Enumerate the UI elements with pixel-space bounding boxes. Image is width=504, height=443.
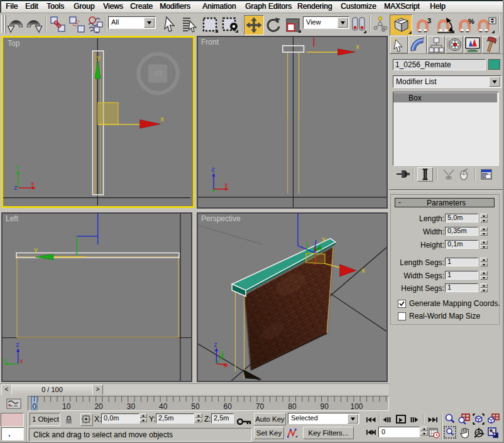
svg-text:z: z — [211, 167, 215, 173]
svg-text:10: 10 — [62, 402, 71, 410]
svg-text:z: z — [16, 342, 19, 349]
svg-text:100: 100 — [350, 402, 363, 410]
svg-text:x: x — [224, 182, 228, 189]
svg-text:90: 90 — [320, 402, 329, 410]
svg-text:80: 80 — [288, 402, 297, 410]
svg-text:y: y — [322, 236, 326, 243]
svg-text:x: x — [31, 181, 35, 188]
svg-text:40: 40 — [159, 402, 168, 410]
svg-text:50: 50 — [191, 402, 200, 410]
svg-text:z: z — [214, 342, 217, 349]
svg-text:30: 30 — [127, 402, 136, 410]
svg-text:70: 70 — [256, 402, 265, 410]
svg-text:y: y — [97, 55, 101, 62]
svg-text:x: x — [361, 268, 365, 275]
svg-text:x: x — [224, 363, 228, 369]
svg-text:z: z — [14, 185, 18, 192]
svg-text:0: 0 — [32, 402, 36, 410]
svg-text:y: y — [221, 349, 224, 356]
svg-text:x: x — [160, 116, 164, 123]
svg-text:20: 20 — [94, 402, 103, 410]
svg-text:x: x — [356, 44, 359, 51]
svg-text:y: y — [3, 357, 7, 364]
svg-text:y: y — [34, 247, 38, 254]
svg-text:60: 60 — [224, 402, 233, 410]
svg-text:x: x — [19, 358, 23, 365]
svg-text:y: y — [16, 164, 19, 171]
